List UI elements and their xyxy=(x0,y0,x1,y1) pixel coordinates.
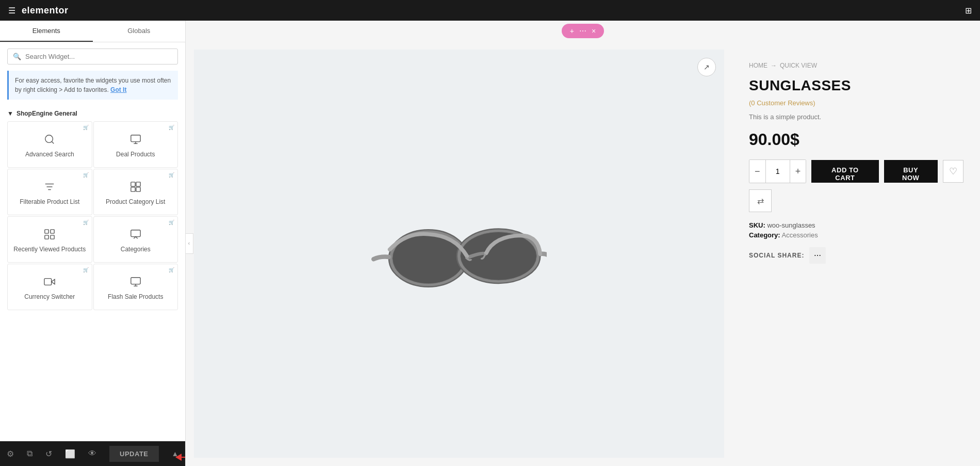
search-input[interactable] xyxy=(25,53,172,60)
settings-icon[interactable]: ⚙ xyxy=(7,449,14,459)
widget-label: Filterable Product List xyxy=(20,198,79,205)
flash-sale-icon xyxy=(130,276,141,289)
category-link[interactable]: Accessories xyxy=(782,231,818,239)
widget-deal-products[interactable]: 🛒 Deal Products xyxy=(93,121,178,168)
quantity-input[interactable] xyxy=(765,160,790,183)
compare-row: ⇄ xyxy=(749,189,963,212)
tab-elements[interactable]: Elements xyxy=(0,21,93,42)
widgets-grid: 🛒 Advanced Search 🛒 xyxy=(7,121,178,310)
qty-cart-row: − + ADD TO CART BUY NOW ♡ xyxy=(749,159,963,183)
svg-rect-17 xyxy=(44,278,52,285)
history-icon[interactable]: ↺ xyxy=(45,449,52,459)
tab-globals[interactable]: Globals xyxy=(93,21,186,42)
pro-badge: 🛒 xyxy=(169,220,174,225)
widget-currency-switcher[interactable]: 🛒 Currency Switcher xyxy=(7,264,92,310)
pro-badge: 🛒 xyxy=(83,172,89,178)
social-share-label: SOCIAL SHARE: xyxy=(749,252,804,259)
expand-button[interactable]: ↗ xyxy=(697,58,716,76)
svg-rect-13 xyxy=(51,229,54,233)
hamburger-icon[interactable]: ☰ xyxy=(8,6,15,15)
section-title: ▼ ShopEngine General xyxy=(7,106,178,121)
widget-categories[interactable]: 🛒 Categories xyxy=(93,216,178,263)
qty-decrease-button[interactable]: − xyxy=(749,160,765,183)
dots-icon[interactable]: ⋯ xyxy=(579,27,586,35)
widget-product-category-list[interactable]: 🛒 Product Category List xyxy=(93,169,178,215)
search-wrapper: 🔍 xyxy=(7,49,178,65)
layers-icon[interactable]: ⧉ xyxy=(27,449,32,458)
qty-increase-button[interactable]: + xyxy=(790,160,806,183)
pink-pill: + ⋯ × xyxy=(562,24,604,38)
svg-rect-15 xyxy=(51,235,54,238)
product-details: HOME → QUICK VIEW SUNGLASSES (0 Customer… xyxy=(732,41,980,466)
pro-badge: 🛒 xyxy=(169,125,174,130)
section-arrow: ▼ xyxy=(7,110,13,117)
category-label: Category: xyxy=(749,231,780,239)
sidebar-tabs: Elements Globals xyxy=(0,21,185,42)
search-icon: 🔍 xyxy=(13,53,21,60)
buy-now-button[interactable]: BUY NOW xyxy=(884,160,938,183)
add-to-cart-button[interactable]: ADD TO CART xyxy=(811,160,878,183)
widget-filterable-product-list[interactable]: 🛒 Filterable Product List xyxy=(7,169,92,215)
pro-badge: 🛒 xyxy=(83,220,89,225)
svg-rect-12 xyxy=(45,229,48,233)
elementor-logo: elementor xyxy=(22,5,69,16)
breadcrumb-home[interactable]: HOME xyxy=(749,62,767,69)
svg-line-1 xyxy=(52,141,54,143)
svg-point-0 xyxy=(45,135,53,142)
deal-products-icon xyxy=(130,134,141,147)
categories-icon xyxy=(130,229,141,242)
product-image xyxy=(371,210,547,298)
compare-button[interactable]: ⇄ xyxy=(749,189,772,212)
social-share-icon[interactable]: ⋯ xyxy=(809,247,826,264)
arrow-line xyxy=(182,457,186,458)
close-icon[interactable]: × xyxy=(592,27,596,35)
quantity-control: − + xyxy=(749,159,806,183)
widget-flash-sale[interactable]: 🛒 Flash Sale Products xyxy=(93,264,178,310)
advanced-search-icon xyxy=(44,134,55,147)
responsive-icon[interactable]: ⬜ xyxy=(65,449,75,459)
pro-badge: 🛒 xyxy=(169,172,174,178)
top-bar: ☰ elementor ⊞ xyxy=(0,0,980,21)
sku-row: SKU: woo-sunglasses xyxy=(749,221,963,229)
currency-switcher-icon xyxy=(44,276,55,289)
widget-label: Currency Switcher xyxy=(24,293,75,300)
grid-icon[interactable]: ⊞ xyxy=(965,6,972,15)
section-label: ShopEngine General xyxy=(17,110,77,117)
arrow-head xyxy=(175,454,182,461)
breadcrumb: HOME → QUICK VIEW xyxy=(749,62,963,69)
breadcrumb-current: QUICK VIEW xyxy=(780,62,817,69)
product-preview: ↗ xyxy=(186,41,980,466)
red-arrow xyxy=(175,454,186,461)
preview-icon[interactable]: 👁 xyxy=(88,449,96,458)
tip-box: For easy access, favorite the widgets yo… xyxy=(7,71,178,100)
wishlist-button[interactable]: ♡ xyxy=(943,160,963,183)
pink-top-bar: + ⋯ × xyxy=(186,21,980,41)
tip-link[interactable]: Got It xyxy=(110,86,126,93)
product-reviews[interactable]: (0 Customer Reviews) xyxy=(749,99,963,107)
product-image-area: ↗ xyxy=(194,50,724,458)
content-area: ‹ + ⋯ × ↗ xyxy=(186,21,980,466)
svg-rect-10 xyxy=(131,187,135,191)
tip-text: For easy access, favorite the widgets yo… xyxy=(15,77,171,93)
svg-rect-8 xyxy=(131,182,135,186)
main-layout: Elements Globals 🔍 For easy access, favo… xyxy=(0,21,980,466)
widgets-section: ▼ ShopEngine General 🛒 Advanced Search xyxy=(0,106,185,441)
pro-badge: 🛒 xyxy=(83,125,89,130)
sku-value-text: woo-sunglasses xyxy=(767,221,815,229)
widget-recently-viewed[interactable]: 🛒 Recently Viewed Products xyxy=(7,216,92,263)
widget-label: Advanced Search xyxy=(25,151,74,158)
pro-badge: 🛒 xyxy=(169,267,174,272)
widget-advanced-search[interactable]: 🛒 Advanced Search xyxy=(7,121,92,168)
product-title: SUNGLASSES xyxy=(749,77,963,94)
sidebar-search: 🔍 xyxy=(0,42,185,71)
update-button[interactable]: UPDATE xyxy=(109,446,158,462)
svg-rect-18 xyxy=(131,277,140,284)
svg-rect-11 xyxy=(136,187,140,191)
social-share-row: SOCIAL SHARE: ⋯ xyxy=(749,247,963,264)
svg-rect-9 xyxy=(136,182,140,186)
category-row: Category: Accessories xyxy=(749,231,963,239)
product-price: 90.00$ xyxy=(749,130,963,149)
collapse-handle[interactable]: ‹ xyxy=(186,233,193,254)
plus-icon[interactable]: + xyxy=(570,27,574,35)
svg-rect-16 xyxy=(131,230,140,236)
